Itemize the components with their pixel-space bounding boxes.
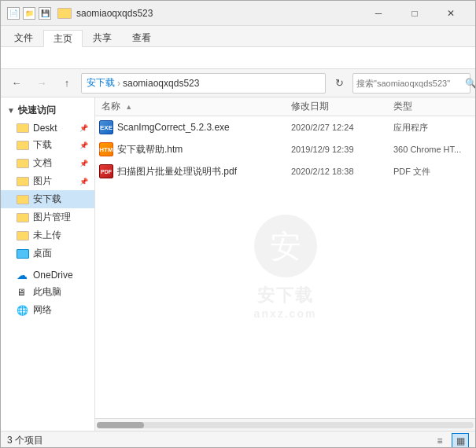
tab-view[interactable]: 查看 — [122, 29, 161, 46]
sidebar-item-anzaixia[interactable]: 安下载 — [1, 190, 94, 208]
breadcrumb-current: saomiaoqxqds523 — [123, 78, 199, 89]
sidebar-label-pc: 此电脑 — [33, 285, 61, 299]
hscroll-track[interactable] — [97, 422, 474, 428]
network-icon: 🌐 — [17, 306, 29, 315]
sidebar-label-desktop: 桌面 — [33, 247, 52, 260]
table-row[interactable]: PDF 扫描图片批量处理说明书.pdf 2020/2/12 18:38 PDF … — [95, 160, 475, 182]
status-count: 3 个项目 — [7, 434, 43, 447]
cloud-icon: ☁ — [17, 270, 29, 280]
open-doc-icon[interactable]: 📁 — [23, 7, 35, 20]
file-date-1: 2019/12/9 12:39 — [291, 145, 393, 154]
ribbon-content — [1, 47, 475, 69]
ribbon: 文件 主页 共享 查看 — [1, 26, 475, 47]
minimize-button[interactable]: ─ — [360, 1, 397, 26]
sidebar-label-picmgr: 图片管理 — [33, 211, 71, 224]
window-title: saomiaoqxqds523 — [76, 8, 360, 19]
filelist-content: 安 安下载 anxz.com EXE ScanImgCorrect_5.2.3.… — [95, 116, 475, 418]
file-icon-exe: EXE — [98, 119, 114, 135]
watermark-text: 安下载 — [257, 284, 314, 307]
breadcrumb-separator: › — [117, 78, 120, 89]
folder-title-icon — [57, 8, 72, 19]
hscroll-thumb[interactable] — [97, 422, 144, 428]
file-name-2: 扫描图片批量处理说明书.pdf — [117, 165, 291, 178]
maximize-button[interactable]: □ — [397, 1, 433, 26]
tab-home[interactable]: 主页 — [43, 30, 83, 47]
tab-share[interactable]: 共享 — [83, 29, 122, 46]
folder-icon-notuploaded — [17, 231, 29, 241]
sidebar-quickaccess-label: 快速访问 — [18, 104, 56, 117]
statusbar-view-controls: ≡ ▦ — [431, 433, 469, 449]
sidebar-label-deskt: Deskt — [33, 123, 57, 134]
forward-button[interactable]: → — [31, 73, 53, 94]
sidebar-quickaccess-header[interactable]: ▼ 快速访问 — [1, 101, 94, 120]
pin-icon-docs: 📌 — [79, 160, 88, 167]
window-controls: ─ □ ✕ — [360, 1, 469, 26]
watermark: 安 安下载 anxz.com — [254, 215, 317, 320]
pdf-icon: PDF — [99, 164, 113, 178]
back-button[interactable]: ← — [6, 73, 28, 94]
file-date-2: 2020/2/12 18:38 — [291, 167, 393, 176]
sidebar-item-onedrive[interactable]: ☁ OneDrive — [1, 267, 94, 283]
file-type-2: PDF 文件 — [393, 166, 472, 178]
sidebar-item-docs[interactable]: 文档 📌 — [1, 154, 94, 172]
sidebar-item-network[interactable]: 🌐 网络 — [1, 301, 94, 319]
sort-chevron-name: ▲ — [125, 103, 132, 111]
search-bar[interactable]: 🔍 — [352, 73, 470, 94]
pin-icon-download: 📌 — [79, 141, 88, 149]
ribbon-tabs: 文件 主页 共享 查看 — [1, 26, 475, 46]
htm-icon: HTM — [99, 142, 113, 156]
titlebar: 📄 📁 💾 saomiaoqxqds523 ─ □ ✕ — [1, 1, 475, 26]
col-header-date[interactable]: 修改日期 — [291, 100, 393, 113]
filelist: 名称 ▲ 修改日期 类型 安 安下载 anxz.com EXE — [95, 97, 475, 431]
folder-icon-picmgr — [17, 213, 29, 222]
hscroll[interactable] — [95, 418, 475, 431]
sidebar-label-notuploaded: 未上传 — [33, 229, 61, 242]
file-date-0: 2020/2/27 12:24 — [291, 123, 393, 132]
file-type-1: 360 Chrome HT... — [393, 145, 472, 154]
sidebar-item-pics[interactable]: 图片 📌 — [1, 172, 94, 190]
folder-icon-pics — [17, 177, 29, 186]
close-button[interactable]: ✕ — [433, 1, 469, 26]
exe-icon: EXE — [99, 120, 113, 134]
save-doc-icon[interactable]: 💾 — [39, 7, 51, 20]
breadcrumb-part-download[interactable]: 安下载 — [87, 76, 115, 90]
sidebar-item-desktop[interactable]: 桌面 — [1, 244, 94, 263]
sidebar-label-onedrive: OneDrive — [33, 270, 73, 281]
tab-file[interactable]: 文件 — [4, 29, 43, 46]
sidebar-item-picmgr[interactable]: 图片管理 — [1, 208, 94, 226]
sidebar-label-network: 网络 — [33, 303, 52, 317]
detail-view-button[interactable]: ▦ — [452, 433, 469, 449]
sidebar-item-thispc[interactable]: 🖥 此电脑 — [1, 283, 94, 301]
pin-icon-pics: 📌 — [79, 178, 88, 185]
sidebar-item-notuploaded[interactable]: 未上传 — [1, 226, 94, 244]
sidebar-label-download: 下载 — [33, 138, 52, 152]
table-row[interactable]: EXE ScanImgCorrect_5.2.3.exe 2020/2/27 1… — [95, 116, 475, 138]
sidebar-label-pics: 图片 — [33, 174, 52, 188]
watermark-subtext: anxz.com — [254, 307, 317, 320]
search-icon[interactable]: 🔍 — [465, 78, 476, 89]
refresh-button[interactable]: ↻ — [329, 73, 349, 94]
sidebar: ▼ 快速访问 Deskt 📌 下载 📌 文档 📌 图片 📌 安下载 — [1, 97, 95, 431]
list-view-button[interactable]: ≡ — [431, 433, 448, 449]
statusbar: 3 个项目 ≡ ▦ — [1, 431, 475, 448]
up-button[interactable]: ↑ — [56, 73, 78, 94]
navbar: ← → ↑ 安下载 › saomiaoqxqds523 ↻ 🔍 — [1, 69, 475, 97]
col-header-type[interactable]: 类型 — [393, 100, 472, 113]
sidebar-label-anzaixia: 安下载 — [33, 193, 61, 206]
search-input[interactable] — [356, 79, 465, 88]
expand-icon: ▼ — [7, 106, 15, 115]
folder-icon-anzaixia — [17, 195, 29, 204]
watermark-logo: 安 — [254, 215, 317, 277]
sidebar-item-download[interactable]: 下载 📌 — [1, 136, 94, 154]
breadcrumb[interactable]: 安下载 › saomiaoqxqds523 — [81, 73, 326, 94]
col-header-name[interactable]: 名称 ▲ — [98, 100, 291, 113]
pc-icon: 🖥 — [17, 288, 29, 297]
file-name-1: 安下载帮助.htm — [117, 143, 291, 156]
sidebar-item-deskt[interactable]: Deskt 📌 — [1, 120, 94, 136]
new-doc-icon[interactable]: 📄 — [7, 7, 20, 20]
folder-icon-desktop — [17, 249, 29, 259]
file-icon-htm: HTM — [98, 141, 114, 157]
table-row[interactable]: HTM 安下载帮助.htm 2019/12/9 12:39 360 Chrome… — [95, 138, 475, 160]
file-icon-pdf: PDF — [98, 163, 114, 179]
folder-icon-download — [17, 141, 29, 150]
